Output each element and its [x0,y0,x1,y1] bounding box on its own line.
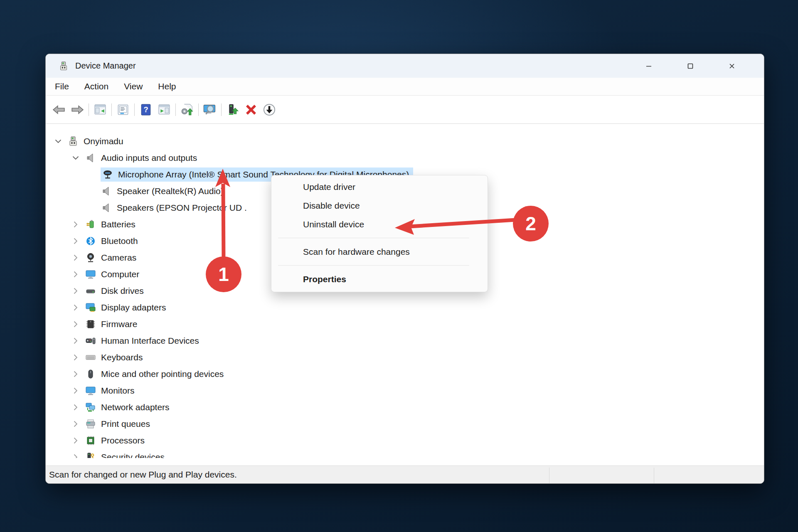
chevron-right-icon[interactable] [71,387,80,394]
properties-icon[interactable] [114,101,132,119]
step-1-badge: 1 [206,256,241,292]
speaker-icon [101,202,112,214]
monitor-icon [85,385,96,397]
uninstall-device-icon[interactable] [242,101,260,119]
toolbar: ? [46,96,764,124]
tree-item-firmware[interactable]: Firmware [46,316,764,332]
status-bar-divider [654,468,654,483]
chevron-right-icon[interactable] [71,238,80,244]
close-button[interactable] [711,54,753,78]
window-title: Device Manager [75,61,136,71]
chevron-down-icon[interactable] [71,156,80,160]
chevron-right-icon[interactable] [71,371,80,377]
security-key-icon [85,451,96,458]
chevron-right-icon[interactable] [71,437,80,444]
network-icon [85,401,96,413]
tree-item-onyimadu[interactable]: Onyimadu [46,133,764,150]
title-bar: Device Manager [46,54,764,78]
menu-item-disable-device[interactable]: Disable device [271,196,488,215]
tree-item-display-adapters[interactable]: Display adapters [46,299,764,316]
menu-separator [278,265,469,266]
menu-action[interactable]: Action [84,81,108,91]
maximize-button[interactable] [670,54,711,78]
display-adapter-icon [85,302,96,313]
speaker-icon [101,185,112,197]
toolbar-separator [221,103,222,116]
forward-icon[interactable] [68,101,86,119]
toolbar-separator [134,103,135,116]
disk-drive-icon [85,285,96,297]
menu-view[interactable]: View [124,81,143,91]
context-menu: Update driver Disable device Uninstall d… [271,175,488,292]
battery-icon [85,219,96,230]
status-text: Scan for changed or new Plug and Play de… [46,470,237,480]
computer-device-icon [67,135,79,147]
tree-item-human-interface-devices[interactable]: Human Interface Devices [46,332,764,349]
screen: { "window": { "title": "Device Manager",… [0,0,798,532]
menu-item-scan-for-hardware-changes[interactable]: Scan for hardware changes [271,242,488,261]
help-icon[interactable]: ? [137,101,155,119]
chevron-right-icon[interactable] [71,337,80,344]
processor-icon [85,435,96,446]
menu-item-uninstall-device[interactable]: Uninstall device [271,215,488,234]
toolbar-separator [175,103,176,116]
tree-item-print-queues[interactable]: Print queues [46,416,764,432]
firmware-chip-icon [85,318,96,330]
disable-device-icon[interactable] [260,101,278,119]
tree-item-network-adapters[interactable]: Network adapters [46,399,764,416]
minimize-button[interactable] [628,54,670,78]
bluetooth-icon [85,235,96,247]
menu-bar: File Action View Help [46,78,764,96]
menu-item-properties[interactable]: Properties [271,270,488,288]
update-driver-software-icon[interactable] [178,101,196,119]
chevron-right-icon[interactable] [71,404,80,411]
tree-item-security-devices[interactable]: Security devices [46,449,764,458]
keyboard-icon [85,352,96,363]
svg-text:?: ? [143,105,148,114]
toolbar-separator [198,103,199,116]
back-icon[interactable] [50,101,68,119]
show-console-tree-icon[interactable] [91,101,109,119]
tree-item-audio-inputs-and-outputs[interactable]: Audio inputs and outputs [46,150,764,166]
tree-item-keyboards[interactable]: Keyboards [46,349,764,366]
mouse-icon [85,368,96,380]
microphone-array-icon [102,169,113,180]
chevron-right-icon[interactable] [71,288,80,294]
chevron-right-icon[interactable] [71,454,80,458]
step-2-badge: 2 [513,206,549,241]
printer-icon [85,418,96,430]
chevron-right-icon[interactable] [71,271,80,278]
tree-item-processors[interactable]: Processors [46,432,764,449]
chevron-right-icon[interactable] [71,354,80,361]
menu-file[interactable]: File [55,81,69,91]
toolbar-separator [111,103,112,116]
tree-item-mice[interactable]: Mice and other pointing devices [46,366,764,382]
chevron-right-icon[interactable] [71,304,80,311]
chevron-right-icon[interactable] [71,321,80,328]
gamepad-icon [85,335,96,347]
camera-icon [85,252,96,264]
device-manager-icon [58,61,69,71]
status-bar-divider [549,468,549,483]
toolbar-separator [89,103,89,116]
menu-item-update-driver[interactable]: Update driver [271,177,488,196]
menu-separator [278,238,469,238]
status-bar: Scan for changed or new Plug and Play de… [46,466,764,483]
tree-item-monitors[interactable]: Monitors [46,382,764,399]
show-action-pane-icon[interactable] [155,101,173,119]
chevron-right-icon[interactable] [71,254,80,261]
chevron-right-icon[interactable] [71,421,80,427]
monitor-icon [85,268,96,280]
chevron-down-icon[interactable] [54,139,62,143]
update-driver-icon[interactable] [224,101,242,119]
menu-help[interactable]: Help [158,81,176,91]
chevron-right-icon[interactable] [71,221,80,228]
window-controls [628,54,753,78]
speaker-icon [85,152,96,164]
scan-for-hardware-changes-icon[interactable] [201,101,219,119]
